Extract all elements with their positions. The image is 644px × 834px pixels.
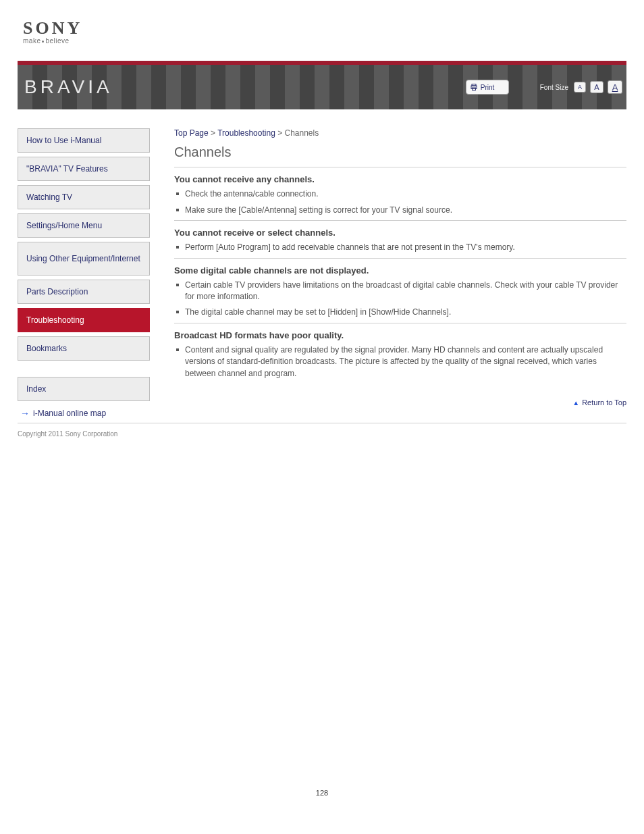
- triangle-up-icon: ▲: [572, 399, 579, 407]
- font-size-large-button[interactable]: A: [608, 80, 622, 94]
- faq-answer: Check the antenna/cable connection.: [174, 188, 626, 200]
- sidebar-item-label: "BRAVIA" TV Features: [26, 164, 108, 174]
- sidebar-item-label: How to Use i-Manual: [26, 136, 101, 145]
- sidebar-item-bookmarks[interactable]: Bookmarks: [18, 336, 150, 361]
- divider: [174, 258, 626, 259]
- sidebar-nav: How to Use i-Manual "BRAVIA" TV Features…: [18, 128, 150, 419]
- font-size-small-button[interactable]: A: [574, 82, 586, 93]
- return-to-top-label: Return to Top: [582, 398, 626, 407]
- print-button[interactable]: Print: [466, 80, 509, 95]
- online-map-label: i-Manual online map: [33, 409, 106, 418]
- breadcrumb: Top Page > Troubleshooting > Channels: [174, 128, 626, 138]
- sidebar-item-label: Settings/Home Menu: [26, 221, 102, 230]
- sidebar-item-label: Troubleshooting: [26, 315, 84, 325]
- tagline-part: believe: [45, 37, 69, 45]
- online-map-link[interactable]: → i-Manual online map: [20, 408, 150, 419]
- brand-wordmark: SONY: [23, 20, 626, 36]
- page-number: 128: [18, 789, 626, 797]
- print-label: Print: [481, 84, 495, 91]
- return-to-top-link[interactable]: ▲Return to Top: [174, 398, 626, 407]
- faq-answer: Content and signal quality are regulated…: [174, 344, 626, 380]
- breadcrumb-root[interactable]: Top Page: [174, 128, 209, 138]
- arrow-right-icon: →: [20, 408, 30, 419]
- tagline-part: make: [23, 37, 41, 45]
- sidebar-item-parts[interactable]: Parts Description: [18, 280, 150, 304]
- font-size-medium-button[interactable]: A: [590, 81, 603, 93]
- header-banner: BRAVIA Print Font Size A A A: [18, 65, 626, 109]
- divider: [174, 167, 626, 167]
- breadcrumb-section[interactable]: Troubleshooting: [217, 128, 275, 138]
- breadcrumb-current: Channels: [285, 128, 319, 138]
- brand-logo: SONY makebelieve: [23, 20, 626, 45]
- faq-question: You cannot receive any channels.: [174, 174, 626, 184]
- sidebar-item-label: Index: [26, 384, 46, 394]
- sidebar-item-label: Bookmarks: [26, 344, 67, 353]
- print-icon: [470, 83, 478, 91]
- brand-tagline: makebelieve: [23, 37, 626, 45]
- product-name: BRAVIA: [24, 76, 113, 98]
- sidebar-item-other-equipment[interactable]: Using Other Equipment/Internet: [18, 242, 150, 276]
- faq-answer: Certain cable TV providers have limitati…: [174, 280, 626, 303]
- faq-answer: Make sure the [Cable/Antenna] setting is…: [174, 205, 626, 216]
- sidebar-item-label: Using Other Equipment/Internet: [26, 254, 140, 263]
- copyright: Copyright 2011 Sony Corporation: [18, 430, 626, 438]
- faq-question: Broadcast HD formats have poor quality.: [174, 330, 626, 340]
- dot-icon: [42, 41, 44, 43]
- font-size-label: Font Size: [540, 84, 568, 91]
- divider: [174, 323, 626, 323]
- sidebar-item-watching-tv[interactable]: Watching TV: [18, 185, 150, 209]
- sidebar-item-troubleshooting[interactable]: Troubleshooting: [18, 308, 150, 332]
- main-content: Top Page > Troubleshooting > Channels Ch…: [174, 128, 626, 419]
- sidebar-item-index[interactable]: Index: [18, 377, 150, 401]
- faq-answer: Perform [Auto Program] to add receivable…: [174, 242, 626, 253]
- faq-question: You cannot receive or select channels.: [174, 228, 626, 238]
- footer-divider: [18, 423, 626, 423]
- sidebar-item-features[interactable]: "BRAVIA" TV Features: [18, 157, 150, 181]
- faq-answer: The digital cable channel may be set to …: [174, 307, 626, 318]
- sidebar-item-label: Watching TV: [26, 192, 72, 202]
- sidebar-item-how-to-use[interactable]: How to Use i-Manual: [18, 128, 150, 153]
- sidebar-item-label: Parts Description: [26, 287, 88, 296]
- page-title: Channels: [174, 145, 626, 160]
- faq-question: Some digital cable channels are not disp…: [174, 265, 626, 276]
- divider: [174, 220, 626, 221]
- sidebar-item-settings[interactable]: Settings/Home Menu: [18, 213, 150, 238]
